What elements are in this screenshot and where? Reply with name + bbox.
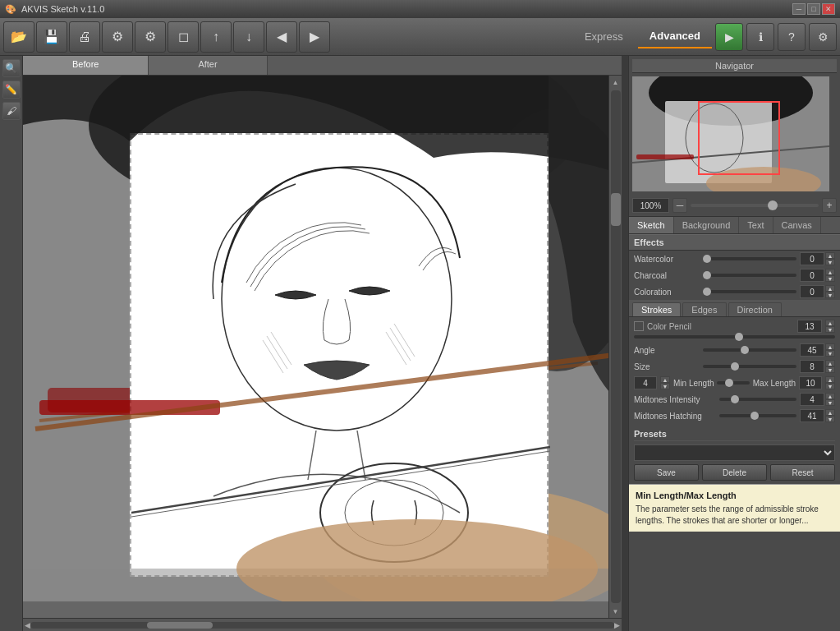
navigator-preview[interactable]: [632, 76, 829, 191]
min-length-down-button[interactable]: ▼: [660, 383, 670, 389]
midtones-hatching-down-button[interactable]: ▼: [825, 416, 835, 422]
close-button[interactable]: ✕: [822, 3, 835, 15]
settings-button[interactable]: ⚙: [102, 21, 133, 53]
tab-direction[interactable]: Direction: [728, 302, 782, 316]
midtones-hatching-thumb[interactable]: [750, 412, 759, 420]
midtones-intensity-value[interactable]: 4: [800, 393, 824, 406]
size-track[interactable]: [703, 365, 796, 368]
scroll-up-button[interactable]: ▲: [609, 76, 622, 89]
min-length-up-button[interactable]: ▲: [660, 376, 670, 383]
presets-dropdown[interactable]: [634, 444, 835, 461]
zoom-out-button[interactable]: ─: [672, 198, 687, 213]
maximize-button[interactable]: □: [807, 3, 820, 15]
watercolor-track[interactable]: [703, 257, 796, 260]
info-button[interactable]: ℹ: [746, 23, 774, 51]
charcoal-up-button[interactable]: ▲: [825, 269, 835, 275]
tab-text[interactable]: Text: [739, 217, 773, 233]
settings2-button[interactable]: ⚙: [135, 21, 166, 53]
v-scroll-thumb[interactable]: [611, 193, 621, 226]
midtones-intensity-up-button[interactable]: ▲: [825, 393, 835, 399]
coloration-thumb[interactable]: [703, 288, 711, 296]
tab-canvas[interactable]: Canvas: [773, 217, 821, 233]
minmax-thumb[interactable]: [725, 379, 733, 387]
watercolor-down-button[interactable]: ▼: [825, 259, 835, 265]
min-length-value[interactable]: 4: [634, 376, 657, 389]
scroll-down-button[interactable]: ▼: [609, 605, 622, 618]
scroll-left-button[interactable]: ◀: [25, 621, 30, 629]
tab-background[interactable]: Background: [674, 217, 740, 233]
help-button[interactable]: ?: [778, 23, 806, 51]
h-scroll-track[interactable]: [30, 622, 614, 629]
coloration-down-button[interactable]: ▼: [825, 292, 835, 298]
canvas-viewport[interactable]: [23, 76, 608, 618]
v-scroll-track[interactable]: [611, 90, 621, 603]
forward-button[interactable]: ▶: [299, 21, 330, 53]
open-file-button[interactable]: 📂: [3, 21, 34, 53]
zoom-in-button[interactable]: +: [822, 198, 837, 213]
zoom-slider-thumb[interactable]: [768, 200, 778, 210]
size-value[interactable]: 8: [800, 360, 824, 373]
angle-down-button[interactable]: ▼: [825, 350, 835, 357]
tab-after[interactable]: After: [149, 56, 267, 75]
horizontal-scrollbar[interactable]: ◀ ▶: [23, 618, 622, 631]
size-up-button[interactable]: ▲: [825, 360, 835, 366]
midtones-hatching-up-button[interactable]: ▲: [825, 409, 835, 416]
charcoal-down-button[interactable]: ▼: [825, 275, 835, 282]
zoom-slider[interactable]: [691, 204, 819, 207]
tab-sketch[interactable]: Sketch: [629, 217, 674, 233]
midtones-hatching-track[interactable]: [719, 414, 796, 417]
angle-track[interactable]: [703, 348, 796, 352]
coloration-track[interactable]: [703, 290, 796, 293]
panel-divider[interactable]: [622, 56, 628, 631]
minimize-button[interactable]: ─: [792, 3, 806, 15]
color-pencil-track[interactable]: [634, 335, 835, 339]
midtones-intensity-track[interactable]: [719, 398, 796, 401]
tab-strokes[interactable]: Strokes: [632, 302, 681, 316]
size-down-button[interactable]: ▼: [825, 366, 835, 373]
coloration-up-button[interactable]: ▲: [825, 285, 835, 292]
size-thumb[interactable]: [731, 362, 739, 371]
scroll-right-button[interactable]: ▶: [614, 621, 620, 629]
color-pencil-value[interactable]: 13: [797, 320, 822, 333]
midtones-intensity-thumb[interactable]: [731, 395, 739, 403]
color-pencil-thumb[interactable]: [735, 333, 743, 341]
midtones-hatching-value[interactable]: 41: [800, 409, 824, 422]
mode-express-button[interactable]: Express: [573, 25, 635, 48]
midtones-intensity-down-button[interactable]: ▼: [825, 399, 835, 406]
watercolor-value[interactable]: 0: [800, 252, 824, 265]
charcoal-track[interactable]: [703, 274, 796, 277]
h-scroll-thumb[interactable]: [147, 622, 213, 629]
save-file-button[interactable]: 💾: [36, 21, 67, 53]
navigator-selection-rect[interactable]: [698, 101, 780, 175]
mode-advanced-button[interactable]: Advanced: [638, 25, 712, 48]
print-button[interactable]: 🖨: [69, 21, 100, 53]
run-button[interactable]: ▶: [715, 23, 743, 51]
angle-thumb[interactable]: [741, 346, 749, 354]
tab-edges[interactable]: Edges: [682, 302, 726, 316]
erase-button[interactable]: ◻: [168, 21, 199, 53]
back-button[interactable]: ◀: [266, 21, 297, 53]
color-pencil-down-button[interactable]: ▼: [825, 326, 835, 333]
export-down-button[interactable]: ↓: [233, 21, 264, 53]
max-length-value[interactable]: 10: [799, 376, 822, 389]
paint-tool[interactable]: 🖌: [2, 102, 21, 120]
angle-value[interactable]: 45: [800, 343, 824, 357]
watercolor-up-button[interactable]: ▲: [825, 252, 835, 259]
zoom-input[interactable]: 100%: [632, 198, 669, 213]
save-preset-button[interactable]: Save: [634, 464, 699, 481]
charcoal-thumb[interactable]: [703, 271, 711, 279]
vertical-scrollbar[interactable]: ▲ ▼: [608, 76, 622, 618]
tab-before[interactable]: Before: [23, 56, 149, 75]
watercolor-thumb[interactable]: [703, 255, 711, 263]
delete-preset-button[interactable]: Delete: [702, 464, 767, 481]
color-pencil-up-button[interactable]: ▲: [825, 320, 835, 326]
minmax-slider[interactable]: [717, 381, 749, 385]
reset-preset-button[interactable]: Reset: [770, 464, 835, 481]
prefs-button[interactable]: ⚙: [809, 23, 837, 51]
angle-up-button[interactable]: ▲: [825, 343, 835, 350]
zoom-tool[interactable]: 🔍: [2, 59, 21, 77]
color-pencil-checkbox[interactable]: [634, 321, 644, 331]
coloration-value[interactable]: 0: [800, 285, 824, 298]
max-length-up-button[interactable]: ▲: [825, 376, 835, 383]
max-length-down-button[interactable]: ▼: [825, 383, 835, 389]
